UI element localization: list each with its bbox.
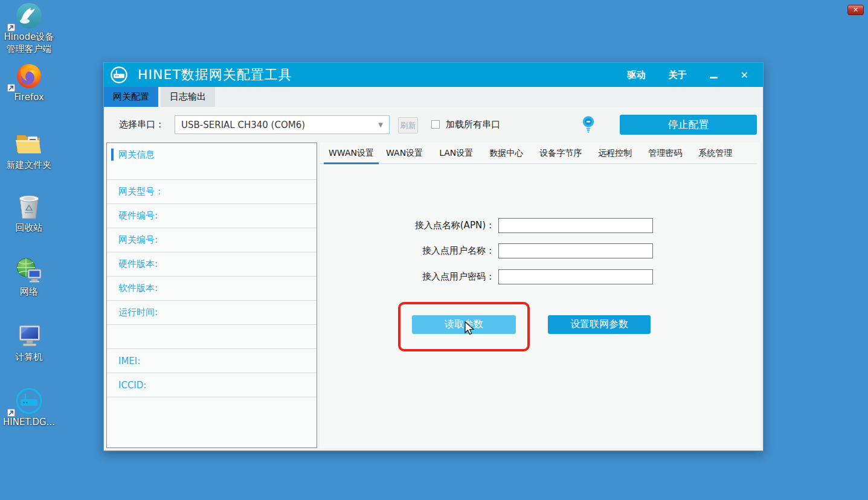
recycle-bin-icon: [0, 192, 58, 221]
hinode-app-icon: [0, 1, 58, 30]
field-hardware-version: 硬件版本:: [107, 252, 317, 276]
minimize-button[interactable]: [710, 77, 718, 79]
folder-icon: [0, 129, 58, 158]
desktop-icon-label: 回收站: [0, 223, 58, 233]
tab-system-management[interactable]: 系统管理: [692, 143, 738, 164]
shortcut-arrow-icon: [7, 24, 15, 31]
gateway-info-header: 网关信息: [118, 149, 155, 161]
apn-password-input[interactable]: [498, 269, 653, 284]
set-network-params-button[interactable]: 设置联网参数: [548, 315, 651, 334]
tab-log-output[interactable]: 日志输出: [161, 87, 215, 107]
screen-close-button[interactable]: ✕: [847, 5, 864, 15]
shortcut-arrow-icon: [7, 84, 15, 92]
refresh-button[interactable]: 刷新: [398, 117, 418, 133]
load-all-ports-checkbox[interactable]: [431, 120, 440, 129]
window-title: HINET数据网关配置工具: [138, 66, 292, 84]
tab-data-center[interactable]: 数据中心: [483, 143, 529, 164]
apn-user-input[interactable]: [498, 243, 653, 258]
serial-port-label: 选择串口：: [119, 119, 164, 130]
field-imei: IMEI:: [107, 348, 317, 373]
desktop-icon-label: 新建文件夹: [0, 160, 58, 170]
desktop-icon-label-line2: 管理客户端: [0, 44, 58, 54]
desktop-icon-label: HINET.DG...: [0, 417, 58, 428]
close-button[interactable]: ✕: [741, 69, 748, 81]
app-window: HINET数据网关配置工具 驱动 关于 ✕ 网关配置 日志输出 选择串口： US…: [103, 62, 764, 451]
chevron-down-icon: ▼: [378, 121, 383, 128]
apn-label: 接入点名称(APN)：: [320, 220, 495, 231]
desktop-icon-label: 计算机: [0, 352, 58, 362]
serial-port-value: USB-SERIAL CH340 (COM6): [181, 120, 305, 130]
load-all-ports-label: 加载所有串口: [446, 119, 500, 130]
desktop-icon-firefox[interactable]: Firefox: [0, 62, 58, 103]
bulb-status-icon: [582, 115, 595, 136]
desktop-icon-label: Firefox: [0, 92, 58, 103]
hinet-router-icon: [0, 386, 58, 415]
desktop-icon-recycle-bin[interactable]: 回收站: [0, 192, 58, 233]
driver-menu[interactable]: 驱动: [628, 69, 646, 81]
tab-wwan-settings[interactable]: WWAN设置: [323, 143, 380, 164]
desktop-icon-hinode-client[interactable]: Hinode设备 管理客户端: [0, 1, 58, 54]
desktop-icon-label: Hinode设备: [0, 32, 58, 42]
field-gateway-number: 网关编号:: [107, 228, 317, 252]
titlebar[interactable]: HINET数据网关配置工具 驱动 关于 ✕: [104, 63, 763, 87]
section-accent-bar: [111, 149, 114, 161]
panel-filler: [107, 397, 317, 448]
tab-gateway-config[interactable]: 网关配置: [104, 87, 158, 107]
settings-panel: WWAN设置 WAN设置 LAN设置 数据中心 设备字节序 远程控制 管理密码 …: [320, 143, 760, 448]
apn-password-label: 接入点用户密码：: [320, 271, 495, 283]
tab-admin-password[interactable]: 管理密码: [642, 143, 688, 164]
apn-row: 接入点名称(APN)：: [320, 218, 653, 233]
desktop-icon-computer[interactable]: 计算机: [0, 321, 58, 362]
desktop-icon-new-folder[interactable]: 新建文件夹: [0, 129, 58, 170]
field-gateway-model: 网关型号：: [107, 179, 317, 204]
tab-lan-settings[interactable]: LAN设置: [433, 143, 479, 164]
apn-input[interactable]: [498, 218, 653, 233]
apn-user-row: 接入点用户名称：: [320, 243, 653, 258]
tab-wan-settings[interactable]: WAN设置: [380, 143, 429, 164]
tab-remote-control[interactable]: 远程控制: [592, 143, 638, 164]
desktop-icon-hinet-dg[interactable]: HINET.DG...: [0, 386, 58, 428]
gateway-info-panel: 网关信息 网关型号： 硬件编号: 网关编号: 硬件版本: 软件版本: 运行时间:…: [106, 143, 317, 448]
serial-toolbar: 选择串口： USB-SERIAL CH340 (COM6) ▼ 刷新 加载所有串…: [104, 107, 763, 143]
desktop-icon-network[interactable]: 网络: [0, 256, 58, 297]
serial-port-select[interactable]: USB-SERIAL CH340 (COM6) ▼: [175, 115, 390, 134]
stop-config-button[interactable]: 停止配置: [620, 115, 757, 135]
network-icon: [0, 256, 58, 285]
field-empty: [107, 324, 317, 348]
field-iccid: ICCID:: [107, 373, 317, 397]
field-hardware-number: 硬件编号:: [107, 204, 317, 228]
field-software-version: 软件版本:: [107, 276, 317, 300]
main-tab-bar: 网关配置 日志输出: [104, 87, 763, 107]
firefox-icon: [0, 62, 58, 91]
field-uptime: 运行时间:: [107, 300, 317, 324]
apn-password-row: 接入点用户密码：: [320, 269, 653, 284]
computer-icon: [0, 321, 58, 350]
settings-tab-bar: WWAN设置 WAN设置 LAN设置 数据中心 设备字节序 远程控制 管理密码 …: [320, 143, 760, 164]
mouse-cursor: [464, 321, 476, 339]
tab-byte-order[interactable]: 设备字节序: [533, 143, 588, 164]
desktop-icon-label: 网络: [0, 287, 58, 297]
app-router-icon: [110, 66, 128, 84]
apn-user-label: 接入点用户名称：: [320, 245, 495, 257]
about-menu[interactable]: 关于: [669, 69, 687, 81]
shortcut-arrow-icon: [7, 409, 15, 417]
